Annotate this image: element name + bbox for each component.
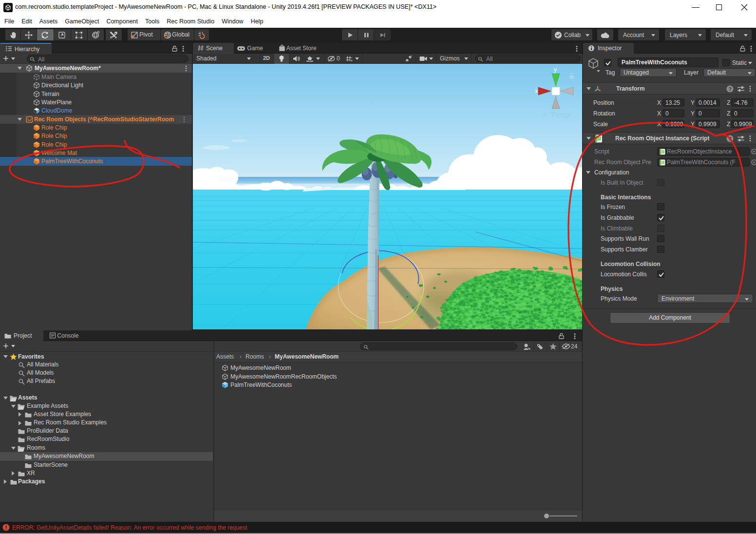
svg-text:<: < xyxy=(543,111,547,118)
svg-text:?: ? xyxy=(728,136,732,142)
svg-text:y: y xyxy=(554,66,557,73)
svg-text:?: ? xyxy=(728,86,732,92)
svg-text:Persp: Persp xyxy=(552,111,570,118)
svg-text:x: x xyxy=(535,87,538,95)
